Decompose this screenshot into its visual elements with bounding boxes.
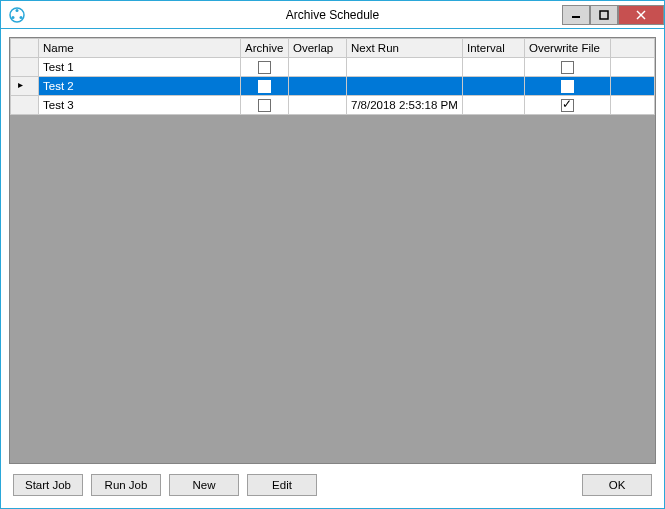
titlebar: Archive Schedule [1,1,664,29]
minimize-button[interactable] [562,5,590,25]
col-header-archive[interactable]: Archive [241,39,289,58]
overwrite-checkbox[interactable] [561,99,574,112]
table-row[interactable]: Test 2 [11,77,655,96]
schedule-grid[interactable]: Name Archive Overlap Next Run Interval O… [9,37,656,464]
cell-nextrun[interactable]: 7/8/2018 2:53:18 PM [347,96,463,115]
overwrite-checkbox[interactable] [561,80,574,93]
col-header-nextrun[interactable]: Next Run [347,39,463,58]
content-area: Name Archive Overlap Next Run Interval O… [1,29,664,508]
overwrite-checkbox[interactable] [561,61,574,74]
cell-interval[interactable] [463,77,525,96]
cell-interval[interactable] [463,58,525,77]
maximize-button[interactable] [590,5,618,25]
col-header-interval[interactable]: Interval [463,39,525,58]
cell-overlap[interactable] [289,77,347,96]
cell-overwrite[interactable] [525,77,611,96]
close-button[interactable] [618,5,664,25]
cell-archive[interactable] [241,96,289,115]
col-header-tail [611,39,655,58]
cell-overwrite[interactable] [525,58,611,77]
svg-point-1 [16,9,19,12]
edit-button[interactable]: Edit [247,474,317,496]
table-row[interactable]: Test 37/8/2018 2:53:18 PM [11,96,655,115]
new-button[interactable]: New [169,474,239,496]
run-job-button[interactable]: Run Job [91,474,161,496]
row-header[interactable] [11,96,39,115]
window-controls [562,5,664,25]
cell-tail [611,96,655,115]
row-header[interactable] [11,58,39,77]
cell-name[interactable]: Test 3 [39,96,241,115]
archive-schedule-window: Archive Schedule Name Archive Ove [0,0,665,509]
ok-button[interactable]: OK [582,474,652,496]
archive-checkbox[interactable] [258,99,271,112]
cell-nextrun[interactable] [347,77,463,96]
svg-point-2 [12,16,15,19]
cell-name[interactable]: Test 1 [39,58,241,77]
row-header[interactable] [11,77,39,96]
cell-overlap[interactable] [289,58,347,77]
col-header-overlap[interactable]: Overlap [289,39,347,58]
col-header-name[interactable]: Name [39,39,241,58]
cell-tail [611,77,655,96]
col-header-overwrite[interactable]: Overwrite File [525,39,611,58]
cell-overwrite[interactable] [525,96,611,115]
cell-archive[interactable] [241,58,289,77]
archive-checkbox[interactable] [258,61,271,74]
table-row[interactable]: Test 1 [11,58,655,77]
svg-rect-5 [600,11,608,19]
window-title: Archive Schedule [286,8,379,22]
svg-point-3 [20,16,23,19]
cell-overlap[interactable] [289,96,347,115]
row-header-corner[interactable] [11,39,39,58]
cell-interval[interactable] [463,96,525,115]
archive-checkbox[interactable] [258,80,271,93]
app-icon [7,5,27,25]
cell-tail [611,58,655,77]
grid-header-row: Name Archive Overlap Next Run Interval O… [11,39,655,58]
cell-name[interactable]: Test 2 [39,77,241,96]
cell-nextrun[interactable] [347,58,463,77]
start-job-button[interactable]: Start Job [13,474,83,496]
cell-archive[interactable] [241,77,289,96]
button-row: Start Job Run Job New Edit OK [9,464,656,500]
